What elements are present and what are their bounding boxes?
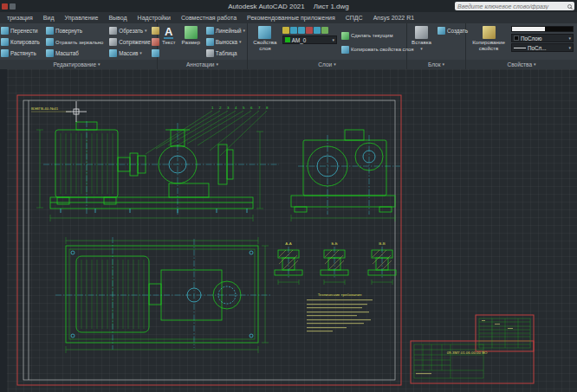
chevron-down-icon: ▾: [420, 47, 423, 51]
match-layer-label: Копировать свойства слоя: [351, 47, 413, 52]
table-button[interactable]: Таблица: [204, 48, 243, 59]
layer-properties-button[interactable]: Свойства слоя: [250, 25, 280, 60]
panel-label-editing[interactable]: Редактирование▾: [0, 60, 157, 69]
crosshair-cursor: [66, 101, 87, 122]
create-block-label: Создать: [447, 28, 468, 34]
linear-dim-button[interactable]: Линейный▾: [204, 25, 243, 36]
make-current-button[interactable]: Сделать текущим: [340, 30, 404, 42]
tab-output[interactable]: Вывод: [103, 12, 132, 23]
layer-unlock-icon[interactable]: [314, 27, 321, 34]
tab-ansys[interactable]: Ansys 2022 R1: [368, 12, 419, 23]
copy-button[interactable]: Копировать: [0, 36, 42, 48]
panel-label-annotation[interactable]: Аннотации▾: [158, 60, 247, 69]
section-detail-b[interactable]: Б-Б: [321, 241, 348, 285]
layer-lock-icon[interactable]: [306, 27, 313, 34]
ribbon-tab-bar: тризация Вид Управление Вывод Надстройки…: [0, 12, 577, 23]
match-properties-button[interactable]: Копирование свойств: [469, 25, 509, 60]
tab-collaborate[interactable]: Совместная работа: [176, 12, 242, 23]
layer-off-icon[interactable]: [282, 27, 289, 34]
view-label[interactable]: ВЭ8ГВ-40-№41: [31, 106, 71, 112]
scale-label: Масштаб: [55, 50, 79, 56]
color-chip: [514, 35, 519, 41]
linetype-dropdown[interactable]: ПоСл... ▾: [511, 43, 574, 52]
tech-requirements[interactable]: Технические требования: [307, 292, 373, 331]
panel-label-block[interactable]: Блок▾: [407, 60, 465, 69]
chevron-down-icon[interactable]: ▾: [239, 40, 242, 44]
svg-text:8: 8: [266, 106, 269, 110]
fillet-label: Сопряжение: [119, 39, 151, 45]
tab-parametrization[interactable]: тризация: [2, 12, 38, 23]
layer-on-icon[interactable]: [321, 27, 328, 34]
create-block-button[interactable]: Создать: [436, 25, 470, 36]
svg-text:В-В: В-В: [379, 241, 385, 246]
section-detail-v[interactable]: В-В: [368, 241, 396, 285]
chevron-down-icon[interactable]: ▾: [243, 29, 246, 33]
ribbon: Перенести Копировать Растянуть Повернуть…: [0, 23, 577, 69]
dimension-button[interactable]: Размер: [180, 25, 202, 60]
panel-label-layers[interactable]: Слои▾: [248, 60, 406, 69]
svg-text:Б-Б: Б-Б: [331, 241, 337, 246]
color-gallery-strip[interactable]: [511, 26, 574, 32]
svg-text:3: 3: [227, 106, 230, 110]
chevron-down-icon: ▾: [534, 62, 536, 67]
rotate-icon: [46, 27, 54, 35]
leader-button[interactable]: Выноска▾: [204, 36, 243, 48]
search-input[interactable]: [457, 3, 567, 10]
callout-leaders[interactable]: 1 2 3 4 5 6 7 8: [146, 106, 269, 156]
scale-button[interactable]: Масштаб: [44, 48, 105, 59]
search-icon[interactable]: [567, 4, 572, 9]
tab-manage[interactable]: Управление: [60, 12, 104, 23]
table-label: Таблица: [216, 50, 237, 56]
app-menu-icon[interactable]: [2, 3, 8, 10]
trim-icon: [109, 27, 117, 35]
linear-dim-label: Линейный: [216, 28, 242, 34]
end-view[interactable]: [291, 130, 400, 222]
plan-view[interactable]: [55, 237, 270, 353]
tab-featured-apps[interactable]: Рекомендованные приложения: [242, 12, 340, 23]
leader-label: Выноска: [216, 39, 237, 45]
panel-label-properties[interactable]: Свойства▾: [466, 60, 577, 69]
sheet-frame[interactable]: [17, 95, 401, 385]
move-icon: [1, 27, 9, 35]
text-icon: A: [164, 26, 173, 39]
tab-spds[interactable]: СПДС: [340, 12, 368, 23]
copy-label: Копировать: [10, 39, 40, 45]
color-dropdown[interactable]: ПоСлою ▾: [511, 34, 574, 42]
copy-icon: [1, 38, 9, 46]
search-box[interactable]: [455, 2, 574, 10]
rotate-button[interactable]: Повернуть: [44, 25, 105, 36]
layer-freeze-icon[interactable]: [298, 27, 305, 34]
move-button[interactable]: Перенести: [0, 25, 42, 36]
section-detail-a[interactable]: А-А: [275, 241, 302, 285]
dimension-label: Размер: [182, 40, 200, 46]
insert-block-label: Вставка: [412, 40, 431, 46]
tab-addins[interactable]: Надстройки: [133, 12, 176, 23]
save-icon[interactable]: [10, 3, 16, 10]
trim-button[interactable]: Обрезать▾: [107, 25, 147, 36]
fillet-button[interactable]: Сопряжение▾: [107, 36, 147, 48]
rotate-label: Повернуть: [55, 28, 82, 34]
mirror-button[interactable]: Отразить зеркально: [44, 36, 105, 48]
svg-text:А-А: А-А: [285, 241, 291, 246]
text-button[interactable]: A Текст: [160, 25, 178, 60]
mirror-icon: [46, 38, 54, 46]
svg-text:09-3М7.01.06.00.00 ВО: 09-3М7.01.06.00.00 ВО: [447, 350, 488, 355]
array-button[interactable]: Массив▾: [107, 48, 147, 59]
tab-view[interactable]: Вид: [38, 12, 60, 23]
insert-block-button[interactable]: Вставка ▾: [410, 25, 433, 60]
stretch-button[interactable]: Растянуть: [0, 48, 42, 59]
match-layer-button[interactable]: Копировать свойства слоя: [340, 44, 404, 55]
title-block[interactable]: 09-3М7.01.06.00.00 ВО: [411, 315, 534, 383]
front-view[interactable]: [36, 121, 279, 222]
chevron-down-icon[interactable]: ▾: [139, 51, 142, 55]
chevron-down-icon: ▾: [443, 62, 445, 67]
layer-dropdown[interactable]: AM_0 ▾: [282, 35, 337, 44]
stretch-icon: [1, 49, 9, 57]
layer-isolate-icon[interactable]: [290, 27, 297, 34]
svg-text:4: 4: [235, 106, 237, 110]
drawing-canvas[interactable]: ВЭ8ГВ-40-№41 1 2 3 4 5 6 7 8: [0, 69, 577, 392]
quick-access-toolbar[interactable]: [2, 3, 16, 10]
match-layer-icon: [341, 46, 349, 54]
chevron-down-icon[interactable]: ▾: [145, 29, 147, 33]
svg-text:6: 6: [250, 106, 253, 110]
